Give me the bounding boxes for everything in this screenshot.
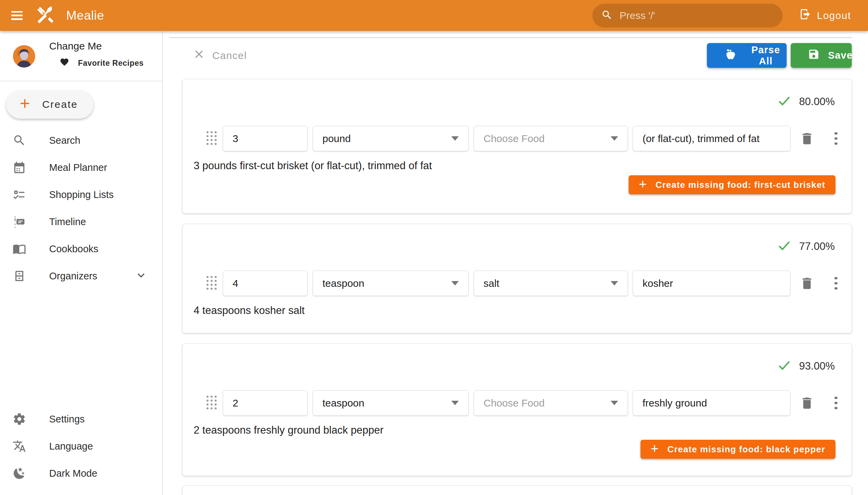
app-header: Mealie Logout [0,0,868,31]
create-label: Create [42,99,78,110]
sidebar-item-label: Cookbooks [49,243,98,255]
food-placeholder: Choose Food [483,397,545,409]
ingredient-fields: teaspoon salt [183,271,852,296]
sidebar-item-cookbooks[interactable]: Cookbooks [0,235,162,262]
food-value: salt [483,278,499,289]
drag-handle-icon[interactable] [205,130,218,148]
sidebar-item-shopping-lists[interactable]: Shopping Lists [0,181,162,208]
check-icon [778,95,791,109]
plus-icon: + [651,442,659,455]
menu-down-icon [451,136,459,141]
silverware-logo-icon [35,4,55,27]
menu-down-icon [611,136,618,141]
app-logo[interactable]: Mealie [35,4,104,27]
kebab-menu-button[interactable] [829,395,843,411]
check-icon [778,359,791,373]
logout-label: Logout [817,10,851,21]
delete-button[interactable] [799,276,815,291]
unit-select[interactable]: teaspoon [312,271,469,296]
quantity-input[interactable] [223,390,308,416]
food-select[interactable]: salt [474,271,628,296]
sidebar-item-timeline[interactable]: Timeline [0,208,162,235]
parse-all-button[interactable]: Parse All [707,43,787,68]
menu-down-icon [611,281,618,286]
search-input[interactable] [619,10,774,21]
create-missing-food-button[interactable]: + Create missing food: black pepper [641,440,835,459]
logout-button[interactable]: Logout [794,8,851,23]
create-button[interactable]: + Create [6,90,93,119]
delete-button[interactable] [799,131,815,147]
content-divider [170,37,852,38]
confidence-row: 77.00% [183,224,852,254]
unit-value: teaspoon [322,397,364,409]
timeline-icon [13,215,26,228]
note-input[interactable] [633,126,790,151]
user-profile[interactable]: Change Me Favorite Recipes [0,31,162,81]
chevron-down-icon[interactable] [135,269,147,283]
quantity-input[interactable] [223,126,308,151]
sidebar-item-label: Search [49,135,80,146]
sidebar-item-label: Settings [49,414,85,425]
sidebar-item-language[interactable]: Language [0,433,162,460]
favorite-recipes-label: Favorite Recipes [78,59,144,68]
unit-value: teaspoon [322,278,364,289]
search-icon [13,134,26,147]
menu-icon[interactable] [11,11,23,20]
unit-select[interactable]: teaspoon [312,390,469,416]
sidebar-item-organizers[interactable]: Organizers [0,262,162,290]
confidence-value: 77.00% [799,240,835,253]
sidebar-item-settings[interactable]: Settings [0,406,162,433]
close-icon [193,49,205,62]
main-content: Cancel Parse All Save 80.00% [163,31,868,495]
note-input[interactable] [633,271,790,296]
drag-handle-icon[interactable] [205,275,218,292]
favorite-recipes-link[interactable]: Favorite Recipes [51,57,144,69]
create-missing-food-label: Create missing food: first-cut brisket [656,180,825,190]
unit-select[interactable]: pound [312,126,469,151]
cancel-button[interactable]: Cancel [186,43,247,68]
calendar-icon [13,161,26,174]
confidence-row: 93.00% [183,344,852,373]
moon-stars-icon [13,466,26,480]
kebab-menu-button[interactable] [829,131,843,147]
apple-icon [725,48,737,63]
food-select[interactable]: Choose Food [474,126,628,151]
sidebar-item-label: Dark Mode [49,468,97,479]
food-select[interactable]: Choose Food [474,390,628,416]
sidebar-item-search[interactable]: Search [0,127,162,154]
sidebar-item-meal-planner[interactable]: Meal Planner [0,154,162,181]
plus-icon: + [639,177,647,191]
save-label: Save [828,50,853,61]
create-missing-food-button[interactable]: + Create missing food: first-cut brisket [629,175,835,194]
kebab-menu-button[interactable] [829,276,843,291]
ingredient-card: 80.00% pound Choose Food 3 pounds first-… [182,79,852,214]
delete-button[interactable] [799,395,815,411]
menu-down-icon [451,401,459,405]
save-icon [807,48,820,63]
sidebar-divider [0,81,162,81]
quantity-input[interactable] [223,271,308,296]
ingredient-fields: pound Choose Food [183,126,852,151]
create-missing-food-label: Create missing food: black pepper [667,444,825,455]
note-input[interactable] [633,390,790,416]
menu-down-icon [451,281,459,286]
food-placeholder: Choose Food [483,133,545,144]
save-button[interactable]: Save [791,43,852,68]
check-icon [778,239,791,254]
confidence-value: 80.00% [799,96,835,108]
sidebar-nav: Search Meal Planner Shopping Lists Timel… [0,127,162,290]
logout-icon [799,8,811,23]
avatar [13,45,35,67]
cancel-label: Cancel [212,50,247,62]
unit-value: pound [322,133,351,144]
search-bar[interactable] [592,4,783,28]
original-ingredient-text: 3 pounds first-cut brisket (or flat-cut)… [193,160,852,172]
sidebar-item-label: Organizers [49,271,97,282]
heart-icon [60,57,69,69]
drag-handle-icon[interactable] [205,394,218,412]
gear-icon [13,412,26,426]
sidebar-item-dark-mode[interactable]: Dark Mode [0,460,162,487]
user-name: Change Me [49,40,102,52]
parse-all-label: Parse All [745,45,787,67]
book-open-icon [13,242,26,256]
